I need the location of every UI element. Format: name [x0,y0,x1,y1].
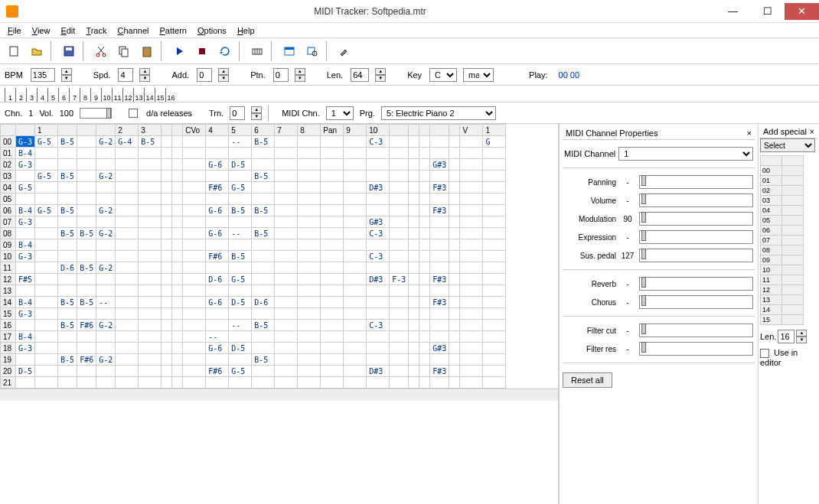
grid-cell[interactable] [77,366,96,377]
spd-down[interactable]: ▼ [139,75,150,82]
grid-cell[interactable] [344,320,367,331]
grid-cell[interactable]: G-2 [96,136,116,148]
add-len-up[interactable]: ▲ [796,330,807,337]
row-header[interactable]: 20 [1,366,16,377]
ruler-tick[interactable]: 14 [144,88,155,102]
grid-cell[interactable] [139,205,162,216]
grid-cell[interactable] [390,366,409,377]
bpm-down[interactable]: ▼ [61,75,72,82]
grid-cell[interactable] [367,239,390,251]
grid-cell[interactable] [298,171,321,182]
add-row-hdr[interactable]: 07 [761,236,782,245]
grid-cell[interactable] [430,216,449,228]
grid-cell[interactable]: B-5 [252,136,275,148]
grid-cell[interactable] [162,148,172,159]
grid-cell[interactable] [116,343,139,354]
col-header[interactable]: Pan [321,125,344,136]
grid-cell[interactable] [58,308,77,320]
grid-cell[interactable] [162,331,172,343]
grid-cell[interactable] [298,297,321,308]
grid-cell[interactable] [483,159,506,171]
row-header[interactable]: 17 [1,331,16,343]
grid-cell[interactable] [206,216,229,228]
grid-cell[interactable]: F#3 [430,182,449,193]
grid-cell[interactable] [139,354,162,366]
grid-cell[interactable] [344,262,367,274]
add-cell[interactable] [782,196,804,206]
grid-cell[interactable] [390,216,409,228]
grid-cell[interactable] [58,216,77,228]
grid-cell[interactable] [321,216,344,228]
grid-cell[interactable] [344,216,367,228]
grid-cell[interactable] [58,193,77,205]
col-header[interactable] [16,125,35,136]
grid-cell[interactable] [96,216,116,228]
grid-cell[interactable] [252,331,275,343]
grid-cell[interactable] [419,377,430,389]
add-cell[interactable] [782,186,804,196]
save-button[interactable] [58,41,80,61]
grid-cell[interactable] [449,251,460,262]
add-cell[interactable] [782,315,804,325]
grid-cell[interactable] [116,205,139,216]
grid-cell[interactable] [96,251,116,262]
grid-cell[interactable] [139,274,162,285]
grid-cell[interactable]: -- [229,136,252,148]
row-header[interactable]: 19 [1,354,16,366]
key-mode-select[interactable]: maj [463,68,494,82]
grid-cell[interactable] [58,182,77,193]
grid-cell[interactable] [409,354,419,366]
grid-cell[interactable]: B-5 [58,171,77,182]
grid-cell[interactable] [275,216,298,228]
grid-cell[interactable]: G-3 [16,251,35,262]
grid-cell[interactable]: B-5 [252,205,275,216]
grid-cell[interactable] [116,228,139,239]
grid-cell[interactable] [449,354,460,366]
row-header[interactable]: 14 [1,297,16,308]
grid-cell[interactable] [321,251,344,262]
grid-cell[interactable] [77,331,96,343]
grid-cell[interactable] [206,285,229,297]
grid-cell[interactable]: -- [206,331,229,343]
grid-cell[interactable] [483,285,506,297]
row-header[interactable]: 06 [1,205,16,216]
grid-cell[interactable] [58,239,77,251]
grid-cell[interactable] [390,251,409,262]
grid-cell[interactable] [172,343,183,354]
grid-cell[interactable] [116,366,139,377]
grid-cell[interactable] [183,228,206,239]
grid-cell[interactable] [298,331,321,343]
grid-cell[interactable] [35,274,58,285]
grid-cell[interactable] [139,251,162,262]
grid-cell[interactable] [298,354,321,366]
add-row-hdr[interactable]: 03 [761,196,782,206]
grid-cell[interactable]: B-4 [16,331,35,343]
grid-cell[interactable] [139,377,162,389]
grid-cell[interactable] [116,331,139,343]
grid-cell[interactable]: B-5 [58,320,77,331]
col-header[interactable]: 4 [206,125,229,136]
grid-cell[interactable] [162,308,172,320]
grid-cell[interactable]: B-5 [252,228,275,239]
grid-cell[interactable] [35,320,58,331]
grid-cell[interactable] [321,182,344,193]
grid-cell[interactable] [344,136,367,148]
add-row-hdr[interactable]: 11 [761,275,782,285]
grid-cell[interactable]: G [483,136,506,148]
grid-cell[interactable] [344,193,367,205]
grid-cell[interactable] [409,193,419,205]
grid-cell[interactable] [172,377,183,389]
grid-cell[interactable] [229,285,252,297]
grid-cell[interactable] [35,366,58,377]
col-header[interactable]: 6 [252,125,275,136]
grid-cell[interactable] [162,274,172,285]
grid-cell[interactable] [483,193,506,205]
midi-chn-select[interactable]: 1 [326,106,354,120]
grid-cell[interactable] [77,159,96,171]
grid-cell[interactable] [229,148,252,159]
ruler-tick[interactable]: 10 [101,88,112,102]
maximize-button[interactable]: ☐ [750,3,785,20]
grid-cell[interactable] [183,331,206,343]
grid-cell[interactable]: G-5 [16,182,35,193]
grid-cell[interactable] [275,343,298,354]
